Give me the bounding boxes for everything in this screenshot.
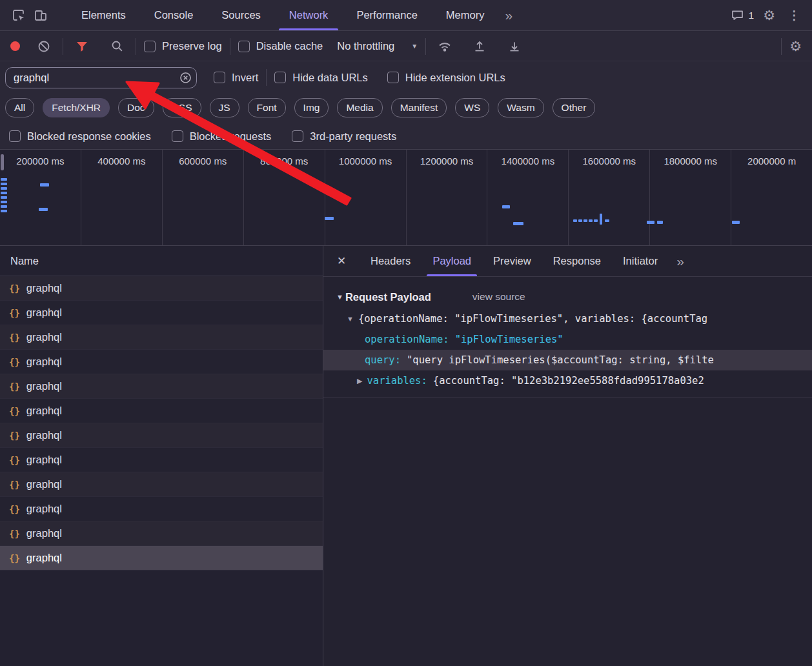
collapse-triangle-icon[interactable]: ▼: [347, 315, 354, 323]
request-name: graphql: [26, 405, 62, 417]
tab-initiator[interactable]: Initiator: [612, 246, 669, 276]
network-toolbar: Preserve log Disable cache No throttling…: [0, 32, 812, 61]
request-name: graphql: [26, 478, 62, 490]
request-row[interactable]: {}graphql: [0, 521, 323, 546]
close-details-icon[interactable]: ✕: [323, 254, 360, 268]
blocked-requests-checkbox[interactable]: Blocked requests: [172, 130, 272, 143]
settings-gear-icon[interactable]: ⚙: [763, 8, 775, 22]
payload-operation-line[interactable]: operationName: "ipFlowTimeseries": [323, 329, 812, 350]
filter-input[interactable]: [5, 67, 197, 88]
chevron-down-icon: ▼: [411, 43, 418, 50]
request-row[interactable]: {}graphql: [0, 423, 323, 448]
request-name: graphql: [26, 552, 62, 564]
request-row[interactable]: {}graphql: [0, 276, 323, 301]
pill-all[interactable]: All: [5, 98, 34, 117]
record-button[interactable]: [10, 41, 20, 51]
pill-fetch-xhr[interactable]: Fetch/XHR: [43, 98, 110, 117]
pill-font[interactable]: Font: [248, 98, 286, 117]
name-column-header[interactable]: Name: [0, 246, 323, 276]
search-icon[interactable]: [106, 35, 128, 57]
filter-funnel-icon[interactable]: [71, 35, 93, 57]
throttling-select[interactable]: No throttling ▼: [337, 40, 418, 52]
tab-payload[interactable]: Payload: [421, 246, 482, 276]
network-settings-gear-icon[interactable]: ⚙: [789, 39, 802, 53]
request-list-panel: Name {}graphql {}graphql {}graphql {}gra…: [0, 246, 323, 666]
payload-key: query:: [365, 354, 401, 366]
pill-doc[interactable]: Doc: [118, 98, 154, 117]
preserve-log-checkbox[interactable]: Preserve log: [144, 40, 222, 52]
request-row-selected[interactable]: {}graphql: [0, 546, 323, 570]
checkbox-icon: [274, 72, 286, 83]
timeline-tick: 400000 ms: [81, 150, 163, 245]
pill-wasm[interactable]: Wasm: [498, 98, 543, 117]
checkbox-icon: [387, 72, 399, 83]
payload-tree: ▼ {operationName: "ipFlowTimeseries", va…: [323, 308, 812, 398]
request-row[interactable]: {}graphql: [0, 472, 323, 497]
view-source-link[interactable]: view source: [472, 291, 525, 303]
pill-media[interactable]: Media: [337, 98, 382, 117]
json-type-icon: {}: [9, 381, 20, 392]
json-type-icon: {}: [9, 479, 20, 490]
disable-cache-checkbox[interactable]: Disable cache: [238, 40, 323, 52]
request-row[interactable]: {}graphql: [0, 374, 323, 399]
third-party-requests-label: 3rd-party requests: [310, 130, 396, 143]
pill-other[interactable]: Other: [553, 98, 596, 117]
network-conditions-icon[interactable]: [434, 35, 456, 57]
pill-js[interactable]: JS: [210, 98, 239, 117]
tab-elements[interactable]: Elements: [67, 0, 140, 30]
hide-extension-urls-checkbox[interactable]: Hide extension URLs: [387, 72, 505, 84]
tab-headers[interactable]: Headers: [360, 246, 421, 276]
clear-filter-icon[interactable]: [179, 72, 192, 84]
request-row[interactable]: {}graphql: [0, 448, 323, 472]
json-type-icon: {}: [9, 455, 20, 465]
network-overview-timeline[interactable]: 200000 ms 400000 ms 600000 ms 800000 ms …: [0, 149, 812, 246]
divider: [425, 38, 426, 55]
request-row[interactable]: {}graphql: [0, 497, 323, 521]
hide-data-urls-label: Hide data URLs: [292, 72, 367, 84]
tab-sources[interactable]: Sources: [207, 0, 275, 30]
filter-input-box: [5, 67, 197, 88]
invert-label: Invert: [232, 72, 258, 84]
tab-memory[interactable]: Memory: [432, 0, 499, 30]
request-type-filters: All Fetch/XHR Doc CSS JS Font Img Media …: [0, 93, 812, 123]
device-toolbar-icon[interactable]: [30, 5, 52, 26]
request-row[interactable]: {}graphql: [0, 301, 323, 325]
collapse-triangle-icon[interactable]: ▼: [336, 293, 343, 301]
pill-ws[interactable]: WS: [455, 98, 489, 117]
more-panels-icon[interactable]: »: [498, 8, 519, 23]
tab-network[interactable]: Network: [275, 0, 343, 30]
devtools-tabbar: Elements Console Sources Network Perform…: [0, 0, 812, 31]
request-row[interactable]: {}graphql: [0, 325, 323, 350]
request-row[interactable]: {}graphql: [0, 399, 323, 423]
payload-root-line[interactable]: ▼ {operationName: "ipFlowTimeseries", va…: [323, 308, 812, 329]
pill-manifest[interactable]: Manifest: [391, 98, 447, 117]
payload-variables-line[interactable]: ▶ variables: {accountTag: "b12e3b2192ee5…: [323, 370, 812, 391]
invert-checkbox[interactable]: Invert: [214, 72, 258, 84]
hide-data-urls-checkbox[interactable]: Hide data URLs: [274, 72, 367, 84]
tab-response[interactable]: Response: [542, 246, 612, 276]
preserve-log-label: Preserve log: [162, 40, 222, 52]
request-name: graphql: [26, 454, 62, 466]
kebab-menu-icon[interactable]: ⋮: [784, 8, 804, 23]
inspect-element-icon[interactable]: [8, 5, 30, 26]
network-detail-split: Name {}graphql {}graphql {}graphql {}gra…: [0, 246, 812, 666]
import-har-icon[interactable]: [469, 35, 491, 57]
payload-query-line[interactable]: query: "query ipFlowTimeseries($accountT…: [323, 350, 812, 370]
issues-button[interactable]: 1: [731, 9, 755, 22]
tab-preview[interactable]: Preview: [482, 246, 542, 276]
pill-img[interactable]: Img: [294, 98, 329, 117]
clear-network-log-icon[interactable]: [33, 35, 55, 57]
expand-triangle-icon[interactable]: ▶: [357, 377, 362, 385]
third-party-requests-checkbox[interactable]: 3rd-party requests: [292, 130, 396, 143]
pill-css[interactable]: CSS: [163, 98, 201, 117]
request-row[interactable]: {}graphql: [0, 350, 323, 374]
tab-console[interactable]: Console: [140, 0, 208, 30]
checkbox-icon: [172, 130, 183, 142]
export-har-icon[interactable]: [503, 35, 525, 57]
request-list: {}graphql {}graphql {}graphql {}graphql …: [0, 276, 323, 570]
json-type-icon: {}: [9, 553, 20, 563]
details-tabbar: ✕ Headers Payload Preview Response Initi…: [323, 246, 812, 277]
tab-performance[interactable]: Performance: [342, 0, 431, 30]
more-detail-tabs-icon[interactable]: »: [676, 254, 684, 269]
blocked-response-cookies-checkbox[interactable]: Blocked response cookies: [9, 130, 151, 143]
